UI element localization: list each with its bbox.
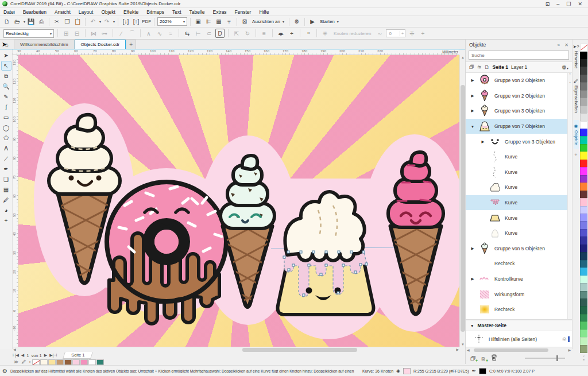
redo-caret[interactable]: ▾	[113, 20, 115, 24]
no-color-swatch[interactable]	[580, 44, 587, 52]
palette-swatch[interactable]	[580, 129, 587, 137]
last-page-icon[interactable]: ▶|⊣	[49, 353, 57, 358]
horizontal-scroll-thumb[interactable]	[242, 348, 357, 352]
docker-horizontal-scrollbar[interactable]: ◀ ▶	[466, 347, 572, 352]
palette-swatch[interactable]	[580, 252, 587, 260]
close-curve-icon[interactable]: D	[215, 29, 225, 38]
palette-swatch[interactable]	[580, 206, 587, 214]
print-icon[interactable]: ⎙	[37, 17, 46, 26]
doc-palette-swatch[interactable]	[64, 359, 72, 365]
zoom-level-combo[interactable]: 262%▾	[157, 17, 187, 26]
docker-tab-objekte[interactable]: ◉Objekte	[574, 120, 579, 149]
palette-swatch[interactable]	[580, 160, 587, 168]
doc-palette-swatch[interactable]	[72, 359, 80, 365]
palette-swatch[interactable]	[580, 214, 587, 222]
menu-item-effekte[interactable]: Effekte	[123, 9, 138, 15]
undo-icon[interactable]: ↶	[88, 17, 98, 26]
symmetrical-node-icon[interactable]: ≈	[166, 29, 175, 38]
expander-icon[interactable]: ▶	[470, 277, 475, 281]
extract-subpath-icon[interactable]: ⊂	[204, 29, 214, 38]
donut-character[interactable]	[107, 182, 226, 324]
object-row[interactable]: Kurve	[466, 195, 572, 211]
palette-swatch[interactable]	[580, 152, 587, 160]
palette-swatch[interactable]	[580, 67, 587, 75]
delete-node-icon[interactable]: ⊟	[72, 29, 82, 38]
cut-icon[interactable]: ✂	[52, 17, 61, 26]
rotate-skew-nodes-icon[interactable]: ↻	[243, 29, 252, 38]
object-row[interactable]: Kurve	[466, 226, 572, 241]
add-node-icon[interactable]: ⊞	[61, 29, 71, 38]
text-tool-icon[interactable]: A	[1, 144, 11, 153]
palette-eyedropper-icon[interactable]: 🖉	[21, 359, 26, 365]
docker-search[interactable]	[469, 51, 569, 60]
cusp-node-icon[interactable]: ∧	[144, 29, 153, 38]
menu-item-bitmaps[interactable]: Bitmaps	[146, 9, 164, 15]
palette-swatch[interactable]	[580, 106, 587, 114]
menu-item-bearbeiten[interactable]: Bearbeiten	[23, 9, 47, 15]
restore-button[interactable]: ❐	[566, 1, 571, 7]
eyedropper-tool-icon[interactable]: 🖉	[1, 195, 11, 205]
launch-icon[interactable]: ▶	[308, 17, 317, 26]
opacity-slider[interactable]	[525, 358, 565, 359]
doc-palette-swatch[interactable]	[88, 359, 96, 365]
reflect-vertical-icon[interactable]: ÷	[287, 29, 296, 38]
reverse-direction-icon[interactable]: ⇆	[183, 29, 192, 38]
minimize-button[interactable]: –	[556, 1, 559, 7]
palette-swatch[interactable]	[580, 345, 587, 353]
palette-swatch[interactable]	[580, 237, 587, 245]
delete-button[interactable]	[491, 354, 497, 362]
doc-palette-swatch[interactable]	[40, 359, 48, 365]
vertical-ruler[interactable]: 1301201101009080706050403020100-10	[13, 55, 18, 347]
menu-item-fenster[interactable]: Fenster	[235, 9, 252, 15]
object-row[interactable]: ▶Gruppe von 2 Objekten	[466, 88, 572, 104]
convert-to-curve-icon[interactable]: ⌒	[127, 29, 137, 38]
selection-mode-combo[interactable]: Rechteckig▾	[3, 29, 54, 38]
artistic-media-tool-icon[interactable]: ∫	[1, 102, 11, 112]
docker-settings-gear-icon[interactable]: ⚙▾	[562, 64, 568, 71]
show-rulers-icon[interactable]: ⊫	[204, 17, 213, 26]
expander-icon[interactable]: ▶	[470, 246, 475, 251]
palette-swatch[interactable]	[580, 75, 587, 83]
new-document-icon[interactable]: 🗋	[2, 17, 11, 26]
palette-swatch[interactable]	[580, 136, 587, 144]
palette-swatch[interactable]	[580, 191, 587, 199]
printer-disabled-icon[interactable]: ⎙̷	[563, 336, 566, 342]
elastic-mode-icon[interactable]: 𝄈𝄈	[304, 29, 313, 38]
drawing-canvas[interactable]	[18, 55, 459, 347]
object-row[interactable]: Kurve	[466, 180, 572, 195]
menu-item-layout[interactable]: Layout	[79, 9, 94, 15]
object-row[interactable]: Kurve	[466, 149, 572, 165]
object-row[interactable]: Rechteck	[466, 256, 572, 272]
launch-dropdown[interactable]: Starten▾	[318, 19, 341, 24]
scroll-right-icon[interactable]: ▶	[456, 347, 459, 351]
show-objects-icon[interactable]: 🗇	[469, 64, 474, 70]
vertical-scrollbar[interactable]: ▲ ▼	[459, 55, 465, 347]
palette-swatch[interactable]	[580, 306, 587, 314]
freehand-tool-icon[interactable]: ✎	[1, 92, 11, 102]
restore-preview-icon[interactable]: ⊡	[546, 1, 550, 7]
palette-swatch[interactable]	[580, 321, 587, 330]
palette-flyout-icon[interactable]: ≫	[14, 359, 18, 365]
palette-swatch[interactable]	[580, 90, 587, 98]
options-gear-icon[interactable]: ⚙	[292, 17, 301, 26]
object-row[interactable]: ▼Gruppe von 7 Objekten	[466, 119, 572, 134]
docker-close-icon[interactable]: ✕	[564, 42, 568, 48]
palette-swatch[interactable]	[580, 144, 587, 152]
object-row[interactable]: ▶Gruppe von 2 Objekten	[466, 73, 572, 88]
palette-swatch[interactable]	[580, 260, 587, 268]
break-curve-icon[interactable]: ⊶	[100, 29, 109, 38]
smooth-node-icon[interactable]: ∿	[155, 29, 164, 38]
scroll-left-icon[interactable]: ◀	[13, 347, 16, 351]
reduce-nodes-button[interactable]: Knoten reduzieren	[334, 31, 371, 36]
close-button[interactable]: ✕	[578, 1, 582, 7]
fill-tool-icon[interactable]: ◕	[1, 206, 11, 215]
prev-page-icon[interactable]: ◀	[21, 353, 24, 358]
snap-off-icon[interactable]: ⊠	[240, 17, 249, 26]
page-label[interactable]: Seite 1	[493, 64, 508, 70]
publish-pdf-icon[interactable]: PDF	[142, 17, 151, 26]
palette-swatch[interactable]	[580, 221, 587, 229]
dimension-tool-icon[interactable]: ⟋	[1, 154, 11, 164]
expander-icon[interactable]: ▼	[470, 125, 475, 129]
export-icon[interactable]: [↑]	[131, 17, 141, 26]
pick-tool-icon[interactable]: ➤	[1, 51, 11, 60]
